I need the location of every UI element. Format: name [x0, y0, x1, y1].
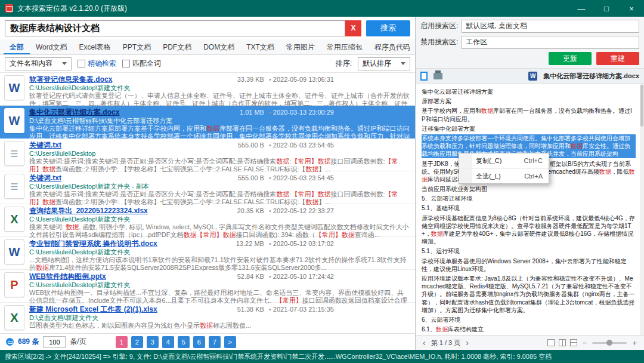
preview-next-page-button[interactable]: ›: [465, 338, 470, 347]
file-size: 555.00 B: [238, 141, 264, 150]
disabled-zone-input[interactable]: [462, 36, 639, 49]
file-path: C:\Users\liulei\Desktop\新建文件夹: [29, 248, 410, 256]
file-name[interactable]: 集中化云部署详细方案.docx: [29, 108, 235, 117]
result-item[interactable]: W 集中化云部署详细方案.docx 1.01 MB 2020-03-13 23:…: [0, 106, 415, 139]
page-buttons: 1 2 3 4 5 6 7 >: [116, 336, 236, 348]
tab-all[interactable]: 全部: [4, 39, 30, 54]
rebuild-button[interactable]: 重建: [596, 52, 639, 65]
results-list: W 软著登记信息采集表.docx 33.39 KB 2022-05-09 13:…: [0, 73, 415, 333]
preview-toolbar: W 集中化云部署迁移详细方案.docx: [416, 68, 644, 84]
doc-paragraph: 5.1、运行环境: [422, 247, 636, 255]
update-button[interactable]: 更新: [549, 52, 592, 65]
doc-paragraph: 6、云部署环境: [422, 316, 636, 324]
file-preview: 搜索关键词:提示词:搜索关键词:是否正则:是否区分大小写:是否全词匹配:是否精确…: [29, 158, 410, 173]
single-page-view-icon[interactable]: [547, 339, 555, 346]
result-body: 关键词.txt 555.00 B 2022-05-03 23:54:45 C:\…: [29, 141, 410, 169]
print-icon[interactable]: [434, 73, 442, 79]
page-button[interactable]: 2: [131, 336, 143, 348]
preview-scrollbar[interactable]: [640, 84, 644, 335]
menu-item-copy[interactable]: 复制(_C) Ctrl+C: [459, 153, 549, 168]
whole-word-checkbox[interactable]: 匹配全词: [122, 59, 161, 69]
page-button[interactable]: 7: [209, 336, 221, 348]
next-page-button[interactable]: >: [224, 336, 236, 348]
exact-search-checkbox[interactable]: 精确检索: [78, 59, 116, 69]
file-size: 1.01 MB: [240, 108, 264, 117]
document-preview[interactable]: 集中化云部署迁移详细方案 原部署方案 基于学校内网，应用和数据库部署在同一台服务…: [416, 84, 644, 335]
tab-archives[interactable]: 常用压缩包: [321, 39, 369, 54]
file-date: 2022-05-12 22:33:27: [269, 207, 334, 216]
file-size: 52.84 KB: [237, 272, 264, 281]
file-preview: WEB软件结构图例一、目录结构描述...不宜过深、复杂，路径最好用相对地址二、命…: [29, 289, 410, 304]
result-item[interactable]: ☰ 关键词.txt 555.00 B 2022-05-03 23:54:45 C…: [0, 171, 415, 204]
continuous-view-icon[interactable]: [570, 339, 577, 346]
word-file-icon: W: [528, 72, 537, 81]
page-button[interactable]: 6: [193, 336, 205, 348]
preview-prev-page-button[interactable]: ‹: [422, 338, 427, 347]
file-date: 2020-03-13 23:00:29: [269, 108, 334, 117]
page-size-unit: 条/页: [70, 337, 86, 347]
file-type-tabs: 全部 Word文档 Excel表格 PPT文档 PDF文档 DOM文档 TXT文…: [0, 39, 415, 55]
page-button[interactable]: 3: [147, 336, 159, 348]
search-button[interactable]: 搜索: [366, 20, 410, 36]
file-name[interactable]: WEB软件结构图例.pptx: [29, 272, 233, 281]
result-body: 查询结果导出_20220512223324.xlsx 20.35 KB 2022…: [29, 207, 410, 235]
maximize-button[interactable]: □: [594, 0, 619, 17]
search-input[interactable]: [5, 20, 345, 36]
zoom-out-button[interactable]: −: [581, 339, 589, 347]
result-item[interactable]: W 软著登记信息采集表.docx 33.39 KB 2022-05-09 13:…: [0, 73, 415, 106]
zoom-slider-knob[interactable]: [606, 340, 612, 346]
search-scope-dropdown[interactable]: 文件名和内容: [5, 57, 72, 70]
checkbox-box: [78, 60, 85, 67]
tab-word[interactable]: Word文档: [30, 39, 73, 54]
minimize-button[interactable]: —: [569, 0, 594, 17]
disabled-zone-row: 禁用搜索区:: [416, 33, 644, 49]
file-name[interactable]: 软著登记信息采集表.docx: [29, 75, 233, 84]
doc-paragraph: 原学校环境基础配置信息为8核心8G（针对当前系统环境，建议最低4核心4G，存储空…: [422, 214, 636, 246]
tab-txt[interactable]: TXT文档: [240, 39, 280, 54]
result-item[interactable]: ☰ 关键词.txt 555.00 B 2022-05-03 23:54:45 C…: [0, 139, 415, 171]
file-type-icon: W: [4, 239, 24, 264]
tab-excel[interactable]: Excel表格: [73, 39, 116, 54]
menu-item-select-all[interactable]: 全选(_L) Ctrl+A: [459, 168, 549, 184]
zoom-slider[interactable]: [592, 342, 627, 344]
file-name[interactable]: 关键词.txt: [29, 174, 233, 183]
result-item[interactable]: X 查询结果导出_20220512223324.xlsx 20.35 KB 20…: [0, 204, 415, 237]
zoom-in-button[interactable]: +: [631, 339, 638, 347]
result-item[interactable]: W 专业智能门禁管理系统 操作说明书.docx 13.22 MB 2020-05…: [0, 237, 415, 270]
tab-dom[interactable]: DOM文档: [197, 39, 240, 54]
file-name[interactable]: 新建 Microsoft Excel 工作表 (2)(1).xlsx: [29, 305, 233, 314]
two-page-view-icon[interactable]: [559, 339, 566, 346]
file-name[interactable]: 查询结果导出_20220512223324.xlsx: [29, 207, 233, 216]
search-bar: X 搜索: [0, 17, 415, 39]
file-name[interactable]: 专业智能门禁管理系统 操作说明书.docx: [29, 239, 231, 248]
result-item[interactable]: X 新建 Microsoft Excel 工作表 (2)(1).xlsx 51.…: [0, 303, 415, 333]
tab-ppt[interactable]: PPT文档: [117, 39, 157, 54]
file-name[interactable]: 关键词.txt: [29, 141, 233, 150]
enabled-zone-label: 启用搜索区:: [420, 21, 458, 31]
file-size: 51.38 KB: [237, 305, 264, 314]
close-button[interactable]: ×: [619, 0, 644, 17]
titlebar: 文本搜索定位器 v2.1.20.0 (开放版) — □ ×: [0, 0, 644, 17]
open-document-icon[interactable]: [420, 72, 428, 81]
page-size-input[interactable]: [43, 336, 66, 348]
tab-pdf[interactable]: PDF文档: [157, 39, 197, 54]
page-button[interactable]: 1: [116, 336, 128, 348]
clear-search-button[interactable]: X: [345, 20, 361, 36]
tab-images[interactable]: 常用图片: [280, 39, 321, 54]
result-item[interactable]: P WEB软件结构图例.pptx 52.84 KB 2022-05-10 17:…: [0, 270, 415, 303]
tab-code[interactable]: 程序员代码: [369, 39, 416, 54]
file-date: 2022-05-03 23:54:45: [269, 174, 334, 183]
doc-paragraph: 当前应用系统业务架构图: [422, 185, 636, 193]
doc-paragraph: 5.1、基础环境: [422, 204, 636, 212]
file-preview: 集中化云部署迁移详细方案原部署方案基于学校内网，应用和数据库部署在同一台服务器，…: [29, 125, 410, 140]
file-type-icon: W: [4, 108, 24, 133]
page-button[interactable]: 4: [162, 336, 174, 348]
file-type-letter: W: [9, 82, 20, 94]
menu-item-label: 全选(_L): [476, 172, 501, 181]
search-results-panel: X 搜索 全部 Word文档 Excel表格 PPT文档 PDF文档 DOM文档…: [0, 17, 416, 350]
file-type-icon: X: [4, 305, 24, 330]
page-button[interactable]: 5: [178, 336, 190, 348]
enabled-zone-input[interactable]: [462, 20, 639, 33]
scrollbar-thumb[interactable]: [640, 85, 643, 127]
sort-dropdown[interactable]: 默认排序: [358, 57, 410, 70]
